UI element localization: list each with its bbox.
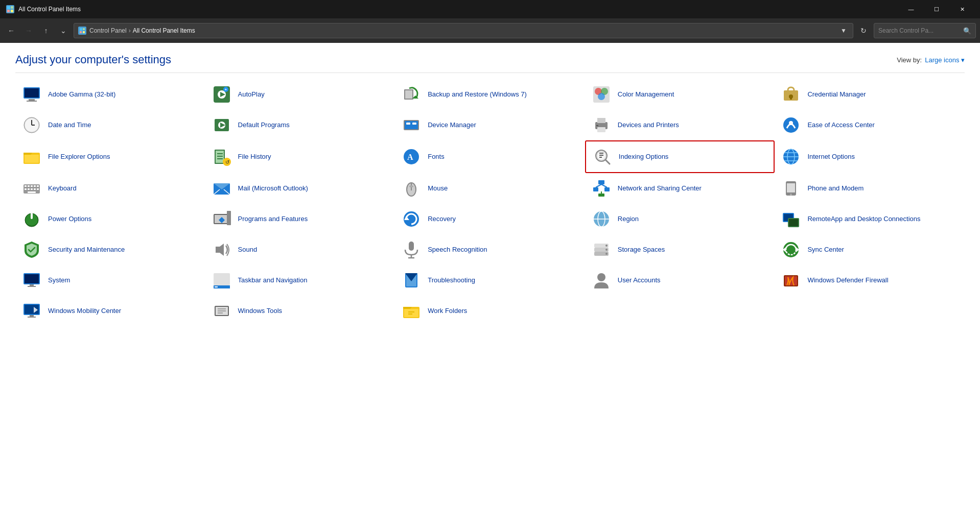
clock-icon xyxy=(21,115,42,135)
item-label-work-folders: Work Folders xyxy=(428,307,467,316)
item-power-options[interactable]: Power Options xyxy=(15,204,205,234)
mobility-icon xyxy=(21,301,42,321)
address-path[interactable]: Control Panel › All Control Panel Items … xyxy=(74,23,853,38)
svg-rect-73 xyxy=(25,188,27,190)
item-mouse[interactable]: Mouse xyxy=(395,173,585,204)
path-dropdown-button[interactable]: ▼ xyxy=(838,27,849,34)
storage-icon xyxy=(591,239,612,260)
backup-icon xyxy=(401,84,422,105)
svg-rect-102 xyxy=(227,211,231,225)
svg-rect-87 xyxy=(598,180,604,184)
svg-rect-131 xyxy=(215,286,218,287)
fonts-icon: A xyxy=(401,147,422,167)
item-adobe-gamma[interactable]: Adobe Gamma (32-bit) xyxy=(15,79,205,110)
item-windows-defender[interactable]: Windows Defender Firewall xyxy=(775,265,965,296)
item-work-folders[interactable]: Work Folders xyxy=(395,296,585,326)
item-color-management[interactable]: Color Management xyxy=(585,79,775,110)
item-internet-options[interactable]: Internet Options xyxy=(775,140,965,173)
item-label-mail: Mail (Microsoft Outlook) xyxy=(238,184,308,193)
item-sync-center[interactable]: Sync Center xyxy=(775,234,965,265)
svg-rect-59 xyxy=(599,153,603,154)
color-icon xyxy=(591,84,612,105)
svg-rect-88 xyxy=(593,187,598,191)
titlebar: All Control Panel Items — ☐ ✕ xyxy=(0,0,980,18)
svg-rect-76 xyxy=(34,188,36,190)
item-autoplay[interactable]: +AutoPlay xyxy=(205,79,395,110)
svg-rect-69 xyxy=(28,185,30,187)
item-label-windows-mobility: Windows Mobility Center xyxy=(48,307,121,316)
search-button[interactable]: 🔍 xyxy=(963,27,971,35)
item-system[interactable]: System xyxy=(15,265,205,296)
item-user-accounts[interactable]: User Accounts xyxy=(585,265,775,296)
svg-line-58 xyxy=(605,160,610,164)
svg-rect-70 xyxy=(31,185,33,187)
back-button[interactable]: ← xyxy=(4,23,18,38)
svg-rect-75 xyxy=(31,188,33,190)
item-taskbar[interactable]: Taskbar and Navigation xyxy=(205,265,395,296)
item-label-backup-restore: Backup and Restore (Windows 7) xyxy=(428,90,527,99)
search-input[interactable] xyxy=(878,27,963,34)
item-windows-tools[interactable]: Windows Tools xyxy=(205,296,395,326)
item-phone-modem[interactable]: Phone and Modem xyxy=(775,173,965,204)
item-default-programs[interactable]: Default Programs xyxy=(205,110,395,140)
item-programs-features[interactable]: Programs and Features xyxy=(205,204,395,234)
item-label-devices-printers: Devices and Printers xyxy=(618,121,679,130)
view-by-label: View by: xyxy=(897,56,922,64)
forward-button[interactable]: → xyxy=(21,23,36,38)
maximize-button[interactable]: ☐ xyxy=(925,0,948,18)
power-icon xyxy=(21,209,42,229)
item-recovery[interactable]: Recovery xyxy=(395,204,585,234)
item-fonts[interactable]: AFonts xyxy=(395,140,585,173)
item-remoteapp[interactable]: RemoteApp and Desktop Connections xyxy=(775,204,965,234)
item-label-keyboard: Keyboard xyxy=(48,184,77,193)
svg-text:↺: ↺ xyxy=(225,159,229,165)
item-ease-of-access[interactable]: Ease of Access Center xyxy=(775,110,965,140)
item-mail[interactable]: Mail (Microsoft Outlook) xyxy=(205,173,395,204)
minimize-button[interactable]: — xyxy=(899,0,923,18)
item-label-speech-recognition: Speech Recognition xyxy=(428,246,487,254)
svg-rect-6 xyxy=(80,31,82,33)
svg-rect-141 xyxy=(28,317,36,318)
item-region[interactable]: Region xyxy=(585,204,775,234)
item-device-manager[interactable]: Device Manager xyxy=(395,110,585,140)
svg-point-44 xyxy=(789,121,793,125)
item-indexing-options[interactable]: Indexing Options xyxy=(585,140,775,173)
item-sound[interactable]: Sound xyxy=(205,234,395,265)
item-troubleshooting[interactable]: Troubleshooting xyxy=(395,265,585,296)
keyboard-icon xyxy=(21,178,42,199)
item-label-color-management: Color Management xyxy=(618,90,674,99)
close-button[interactable]: ✕ xyxy=(950,0,974,18)
item-label-taskbar: Taskbar and Navigation xyxy=(238,276,308,285)
item-speech-recognition[interactable]: Speech Recognition xyxy=(395,234,585,265)
item-storage-spaces[interactable]: Storage Spaces xyxy=(585,234,775,265)
view-by-control: View by: Large icons ▾ xyxy=(897,56,965,64)
item-label-programs-features: Programs and Features xyxy=(238,215,308,224)
path-part-2[interactable]: All Control Panel Items xyxy=(133,27,195,34)
svg-point-121 xyxy=(605,253,608,255)
path-part-1[interactable]: Control Panel xyxy=(89,27,127,34)
item-network-sharing[interactable]: Network and Sharing Center xyxy=(585,173,775,204)
view-by-value[interactable]: Large icons ▾ xyxy=(925,56,965,64)
svg-rect-140 xyxy=(30,315,34,317)
up-button[interactable]: ↑ xyxy=(39,23,53,38)
svg-rect-0 xyxy=(7,6,10,9)
item-label-security-maintenance: Security and Maintenance xyxy=(48,246,125,254)
folder-icon xyxy=(21,147,42,167)
item-devices-printers[interactable]: Devices and Printers xyxy=(585,110,775,140)
item-backup-restore[interactable]: Backup and Restore (Windows 7) xyxy=(395,79,585,110)
item-credential-manager[interactable]: Credential Manager xyxy=(775,79,965,110)
page-title: Adjust your computer's settings xyxy=(15,53,171,66)
refresh-button[interactable]: ↻ xyxy=(856,23,871,38)
recent-button[interactable]: ⌄ xyxy=(56,23,71,38)
item-windows-mobility[interactable]: Windows Mobility Center xyxy=(15,296,205,326)
item-file-explorer[interactable]: File Explorer Options xyxy=(15,140,205,173)
item-date-time[interactable]: Date and Time xyxy=(15,110,205,140)
item-security-maintenance[interactable]: Security and Maintenance xyxy=(15,234,205,265)
autoplay-icon: + xyxy=(212,84,232,105)
item-keyboard[interactable]: Keyboard xyxy=(15,173,205,204)
svg-point-96 xyxy=(790,194,792,196)
addressbar: ← → ↑ ⌄ Control Panel › All Control Pane… xyxy=(0,18,980,43)
svg-line-91 xyxy=(601,184,607,187)
item-file-history[interactable]: ↺File History xyxy=(205,140,395,173)
monitor-icon xyxy=(21,84,42,105)
